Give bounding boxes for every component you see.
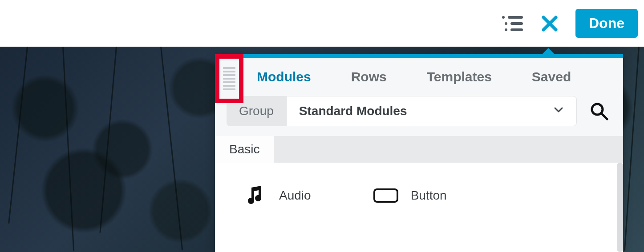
content-panel: Modules Rows Templates Saved Group Stand… (215, 54, 623, 252)
music-note-icon (242, 185, 267, 206)
close-icon[interactable] (540, 14, 559, 33)
tab-saved[interactable]: Saved (532, 69, 571, 84)
done-button[interactable]: Done (575, 9, 638, 38)
drag-handle-highlight (215, 54, 243, 103)
outline-panel-icon[interactable] (501, 15, 524, 32)
tab-rows[interactable]: Rows (351, 69, 387, 84)
module-label: Button (411, 188, 447, 203)
svg-line-9 (601, 113, 607, 119)
section-header: Basic (215, 136, 623, 163)
svg-rect-1 (508, 16, 523, 19)
modules-area: Audio Button (215, 163, 623, 252)
panel-tabs: Modules Rows Templates Saved (215, 58, 623, 96)
panel-caret (541, 48, 555, 55)
svg-rect-5 (510, 28, 523, 31)
tab-modules[interactable]: Modules (257, 69, 311, 84)
scrollbar[interactable] (617, 163, 623, 252)
group-select[interactable]: Standard Modules (286, 96, 577, 126)
button-shape-icon (373, 188, 398, 204)
tab-templates[interactable]: Templates (427, 69, 492, 84)
group-row: Group Standard Modules (215, 96, 623, 136)
group-select-value: Standard Modules (299, 104, 407, 118)
search-icon[interactable] (587, 96, 612, 126)
modules-list: Audio Button (215, 163, 623, 228)
module-audio[interactable]: Audio (242, 185, 311, 206)
svg-point-0 (502, 16, 505, 19)
svg-rect-10 (374, 189, 397, 202)
svg-point-4 (505, 28, 507, 31)
svg-rect-3 (510, 22, 523, 25)
panel-drag-handle-icon[interactable] (223, 67, 235, 90)
chevron-down-icon (553, 104, 564, 118)
section-tab-basic[interactable]: Basic (215, 136, 274, 163)
svg-point-2 (505, 22, 507, 25)
top-toolbar: Done (0, 0, 644, 47)
module-button[interactable]: Button (373, 185, 447, 206)
module-label: Audio (279, 188, 311, 203)
